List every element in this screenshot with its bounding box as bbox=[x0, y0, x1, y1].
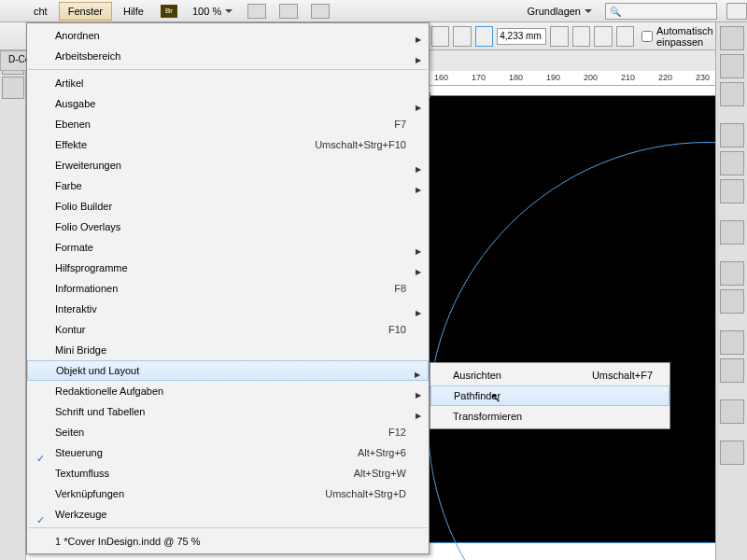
menu-item[interactable]: Folio Overlays bbox=[27, 217, 429, 237]
search-icon bbox=[610, 6, 621, 17]
menu-shortcut: F12 bbox=[388, 427, 406, 438]
menu-shortcut: F8 bbox=[394, 283, 406, 294]
submenu-item[interactable]: Transformieren bbox=[430, 406, 669, 427]
menu-item[interactable]: Objekt und Layout bbox=[27, 360, 429, 381]
objekt-layout-submenu: AusrichtenUmschalt+F7PathfinderTransform… bbox=[430, 362, 670, 429]
bridge-icon[interactable]: Br bbox=[161, 5, 177, 18]
menu-item[interactable]: Erweiterungen bbox=[27, 155, 429, 175]
menu-item[interactable]: SeitenF12 bbox=[27, 422, 429, 442]
menu-item[interactable]: EbenenF7 bbox=[27, 114, 429, 134]
menu-fenster[interactable]: Fenster bbox=[59, 2, 112, 21]
menu-item[interactable]: Schrift und Tabellen bbox=[27, 401, 429, 422]
menu-item[interactable]: Anordnen bbox=[27, 25, 429, 46]
menu-item[interactable]: KonturF10 bbox=[27, 319, 429, 340]
search-input[interactable] bbox=[605, 3, 717, 20]
submenu-item[interactable]: Pathfinder bbox=[430, 385, 669, 406]
menu-item-label: Textumfluss bbox=[55, 468, 354, 479]
menu-item-label: Arbeitsbereich bbox=[55, 50, 406, 62]
menu-item-label: Verknüpfungen bbox=[55, 488, 325, 499]
object-styles-panel-icon[interactable] bbox=[720, 358, 744, 383]
menu-item[interactable]: Redaktionelle Aufgaben bbox=[27, 381, 429, 401]
menu-item[interactable]: SteuerungAlt+Strg+6 bbox=[27, 442, 429, 463]
menu-item[interactable]: TextumflussAlt+Strg+W bbox=[27, 463, 429, 483]
align-button[interactable] bbox=[453, 26, 471, 47]
menu-item-label: Interaktiv bbox=[55, 303, 406, 315]
table-panel-icon[interactable] bbox=[720, 399, 744, 424]
menu-item[interactable]: Folio Builder bbox=[27, 196, 429, 217]
menu-shortcut: Alt+Strg+6 bbox=[358, 447, 406, 458]
pages-panel-icon[interactable] bbox=[720, 26, 744, 50]
ruler-mark: 180 bbox=[509, 73, 523, 82]
menu-item[interactable]: Arbeitsbereich bbox=[27, 46, 429, 66]
measurement-field[interactable]: 4,233 mm bbox=[497, 28, 546, 45]
menu-item-label: Anordnen bbox=[55, 30, 406, 41]
window-minimize-button[interactable] bbox=[726, 3, 747, 20]
menu-item[interactable]: InformationenF8 bbox=[27, 278, 429, 299]
links-panel-icon[interactable] bbox=[720, 82, 744, 106]
menu-item[interactable]: Artikel bbox=[27, 73, 429, 93]
zoom-control[interactable]: 100 % bbox=[192, 6, 233, 17]
menu-item[interactable]: 1 *Cover InDesign.indd @ 75 % bbox=[27, 531, 429, 552]
paragraph-panel-icon[interactable] bbox=[720, 261, 744, 286]
menu-item[interactable]: Interaktiv bbox=[27, 299, 429, 319]
character-panel-icon[interactable] bbox=[720, 220, 744, 245]
submenu-item-label: Pathfinder bbox=[454, 390, 652, 401]
view-options-icon[interactable] bbox=[279, 4, 298, 19]
align-button[interactable] bbox=[431, 26, 449, 47]
glyphs-panel-icon[interactable] bbox=[720, 289, 744, 314]
fit-frame-button[interactable] bbox=[572, 26, 590, 47]
menu-shortcut: F7 bbox=[394, 119, 406, 130]
menu-item-label: Seiten bbox=[55, 427, 388, 438]
right-panel-dock bbox=[715, 22, 747, 560]
menu-item[interactable]: Farbe bbox=[27, 175, 429, 196]
menu-item-label: 1 *Cover InDesign.indd @ 75 % bbox=[55, 536, 406, 547]
misc-panel-icon[interactable] bbox=[720, 441, 744, 465]
ruler-mark: 160 bbox=[434, 73, 448, 82]
menu-item[interactable]: Ausgabe bbox=[27, 93, 429, 114]
color-panel-icon[interactable] bbox=[720, 151, 744, 175]
menu-item[interactable]: Hilfsprogramme bbox=[27, 258, 429, 278]
tool-icon[interactable] bbox=[2, 77, 24, 99]
menu-item[interactable]: Mini Bridge bbox=[27, 340, 429, 360]
frame-fit-button[interactable] bbox=[475, 26, 493, 47]
ruler-mark: 210 bbox=[621, 73, 635, 82]
menu-item-label: Mini Bridge bbox=[55, 344, 406, 356]
fenster-menu: AnordnenArbeitsbereichArtikelAusgabeEben… bbox=[26, 22, 430, 554]
menu-shortcut: Alt+Strg+W bbox=[354, 468, 406, 479]
center-content-button[interactable] bbox=[594, 26, 612, 47]
menu-item[interactable]: VerknüpfungenUmschalt+Strg+D bbox=[27, 483, 429, 504]
dropdown-icon bbox=[585, 9, 592, 13]
menu-item-label: Artikel bbox=[55, 77, 406, 89]
arrange-docs-icon[interactable] bbox=[311, 4, 330, 19]
menu-item-label: Folio Overlays bbox=[55, 221, 406, 232]
submenu-item[interactable]: AusrichtenUmschalt+F7 bbox=[430, 365, 669, 385]
menu-hilfe[interactable]: Hilfe bbox=[114, 2, 153, 21]
menu-item-label: Schrift und Tabellen bbox=[55, 406, 406, 417]
fill-frame-button[interactable] bbox=[616, 26, 634, 47]
swatches-panel-icon[interactable] bbox=[720, 179, 744, 203]
stroke-panel-icon[interactable] bbox=[720, 123, 744, 147]
menu-item[interactable]: Werkzeuge bbox=[27, 504, 429, 525]
menu-item-label: Objekt und Layout bbox=[56, 365, 405, 376]
menubar: cht Fenster Hilfe Br 100 % Grundlagen bbox=[0, 0, 747, 22]
effects-panel-icon[interactable] bbox=[720, 330, 744, 355]
tools-panel bbox=[0, 50, 26, 560]
menu-item-label: Erweiterungen bbox=[55, 160, 406, 171]
workspace-switcher[interactable]: Grundlagen bbox=[522, 4, 599, 19]
screen-mode-icon[interactable] bbox=[247, 4, 266, 19]
menu-item-label: Hilfsprogramme bbox=[55, 262, 406, 273]
layers-panel-icon[interactable] bbox=[720, 54, 744, 78]
menu-item-label: Steuerung bbox=[55, 447, 358, 458]
fit-content-button[interactable] bbox=[550, 26, 568, 47]
menu-item-label: Effekte bbox=[55, 139, 315, 150]
menu-item-label: Werkzeuge bbox=[55, 509, 406, 520]
menu-item-label: Informationen bbox=[55, 283, 394, 294]
submenu-item-label: Ausrichten bbox=[453, 370, 592, 381]
menu-item[interactable]: Formate bbox=[27, 237, 429, 258]
menu-item[interactable]: cht bbox=[24, 2, 57, 21]
menu-item[interactable]: EffekteUmschalt+Strg+F10 bbox=[27, 134, 429, 155]
workspace-label: Grundlagen bbox=[528, 6, 582, 17]
menu-item-label: Ausgabe bbox=[55, 98, 406, 109]
autofit-input[interactable] bbox=[641, 31, 653, 42]
menu-item-label: Ebenen bbox=[55, 119, 394, 130]
